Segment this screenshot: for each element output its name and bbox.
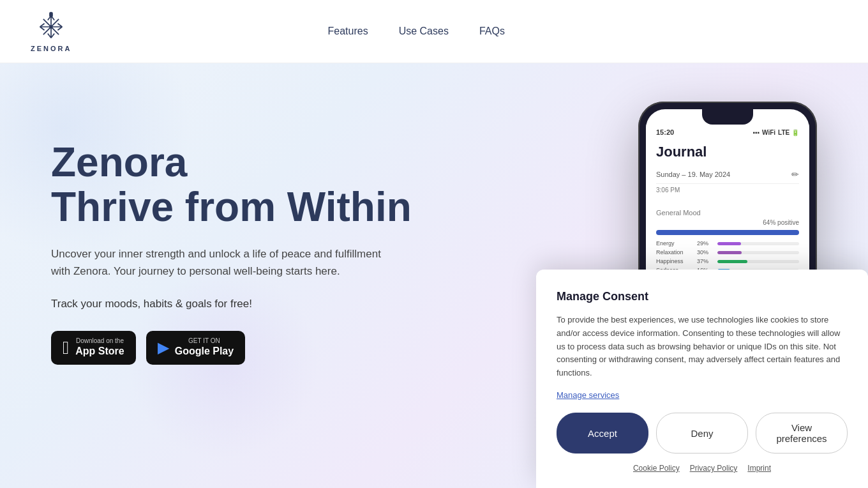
battery-icon: LTE 🔋 bbox=[778, 129, 799, 136]
cookie-policy-link[interactable]: Cookie Policy bbox=[633, 464, 680, 473]
apple-icon:  bbox=[63, 338, 69, 358]
consent-body: To provide the best experiences, we use … bbox=[557, 314, 848, 380]
mood-label: Happiness bbox=[656, 258, 693, 264]
google-play-label: GET IT ON Google Play bbox=[175, 337, 234, 358]
navbar: ZENORA Features Use Cases FAQs bbox=[0, 0, 868, 63]
mood-full-bar bbox=[656, 230, 799, 235]
journal-date: Sunday – 19. May 2024 bbox=[656, 171, 730, 178]
phone-status-bar: 15:20 ▪▪▪ WiFi LTE 🔋 bbox=[646, 125, 809, 139]
privacy-policy-link[interactable]: Privacy Policy bbox=[690, 464, 738, 473]
mood-pct: 37% bbox=[697, 258, 714, 264]
consent-footer-links: Cookie Policy Privacy Policy Imprint bbox=[557, 464, 848, 473]
mood-pct: 30% bbox=[697, 249, 714, 255]
hero-description: Uncover your inner strength and unlock a… bbox=[51, 245, 383, 280]
phone-notch bbox=[702, 109, 753, 125]
hero-title-sub: Thrive from Within bbox=[51, 185, 412, 229]
nav-use-cases[interactable]: Use Cases bbox=[399, 26, 449, 37]
signal-icon: ▪▪▪ bbox=[752, 129, 760, 136]
journal-date-row: Sunday – 19. May 2024 ✏ bbox=[656, 165, 799, 184]
journal-time: 3:06 PM bbox=[656, 184, 799, 196]
svg-point-12 bbox=[50, 25, 53, 28]
journal-title: Journal bbox=[656, 144, 799, 160]
status-right: ▪▪▪ WiFi LTE 🔋 bbox=[752, 129, 799, 136]
mood-pct: 29% bbox=[697, 240, 714, 247]
general-mood-positive: 64% positive bbox=[763, 219, 799, 226]
app-store-button[interactable]:  Download on the App Store bbox=[51, 331, 136, 365]
logo-icon bbox=[34, 10, 68, 43]
consent-modal: Manage Consent To provide the best exper… bbox=[536, 270, 868, 488]
manage-services-link[interactable]: Manage services bbox=[557, 390, 848, 400]
imprint-link[interactable]: Imprint bbox=[747, 464, 771, 473]
google-play-icon: ▶ bbox=[158, 340, 168, 356]
journal-header: Journal Sunday – 19. May 2024 ✏ 3:06 PM bbox=[646, 139, 809, 204]
mood-label: Relaxation bbox=[656, 249, 693, 255]
hero-track-text: Track your moods, habits & goals for fre… bbox=[51, 298, 412, 310]
wifi-icon: WiFi bbox=[762, 129, 775, 136]
nav-faqs[interactable]: FAQs bbox=[479, 26, 505, 37]
mood-item: Relaxation 30% bbox=[656, 249, 799, 255]
svg-point-14 bbox=[49, 11, 54, 18]
mood-bar-fill bbox=[717, 242, 741, 245]
phone-time: 15:20 bbox=[656, 128, 674, 136]
google-play-button[interactable]: ▶ GET IT ON Google Play bbox=[146, 331, 245, 365]
logo-text: ZENORA bbox=[31, 45, 71, 52]
consent-title: Manage Consent bbox=[557, 290, 848, 303]
logo: ZENORA bbox=[31, 10, 71, 52]
accept-button[interactable]: Accept bbox=[557, 413, 648, 454]
nav-links: Features Use Cases FAQs bbox=[328, 26, 505, 37]
hero-content: Zenora Thrive from Within Uncover your i… bbox=[51, 114, 412, 365]
deny-button[interactable]: Deny bbox=[656, 413, 748, 454]
general-mood-section-label: General Mood bbox=[646, 204, 809, 219]
hero-title-main: Zenora bbox=[51, 140, 412, 185]
mood-bar-track bbox=[717, 260, 799, 263]
view-preferences-button[interactable]: View preferences bbox=[756, 413, 848, 454]
mood-item: Happiness 37% bbox=[656, 258, 799, 264]
app-store-label: Download on the App Store bbox=[75, 337, 124, 358]
consent-buttons: Accept Deny View preferences bbox=[557, 413, 848, 454]
mood-bar-track bbox=[717, 242, 799, 245]
edit-icon: ✏ bbox=[791, 169, 799, 179]
nav-features[interactable]: Features bbox=[328, 26, 368, 37]
store-buttons:  Download on the App Store ▶ GET IT ON … bbox=[51, 331, 412, 365]
mood-bar-fill bbox=[717, 260, 747, 263]
general-mood-row: 64% positive bbox=[656, 219, 799, 226]
mood-label: Energy bbox=[656, 240, 693, 247]
mood-bar-fill bbox=[717, 251, 742, 254]
mood-bar-track bbox=[717, 251, 799, 254]
mood-item: Energy 29% bbox=[656, 240, 799, 247]
